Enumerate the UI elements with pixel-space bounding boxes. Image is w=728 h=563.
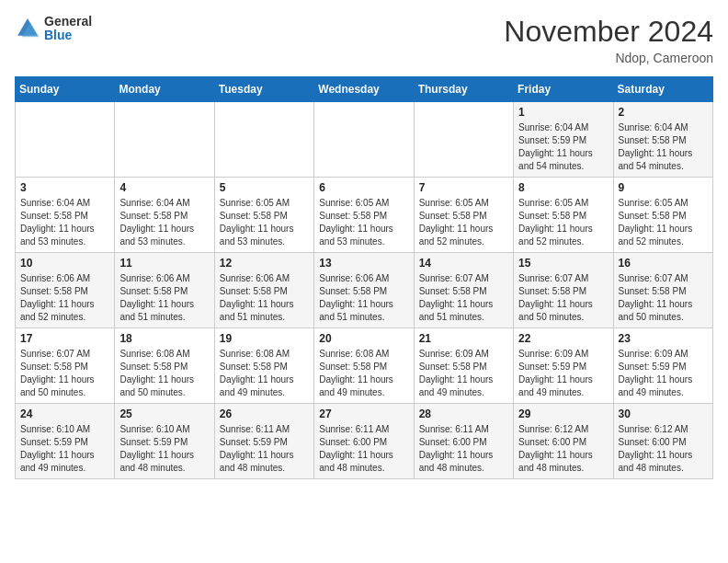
calendar-week-row: 24Sunrise: 6:10 AMSunset: 5:59 PMDayligh… <box>16 404 713 479</box>
day-header-saturday: Saturday <box>613 77 712 102</box>
day-info: Sunrise: 6:07 AMSunset: 5:58 PMDaylight:… <box>518 272 608 324</box>
day-number: 24 <box>20 408 109 420</box>
day-info: Sunrise: 6:06 AMSunset: 5:58 PMDaylight:… <box>220 272 309 324</box>
logo-text: General Blue <box>44 15 92 43</box>
day-info: Sunrise: 6:05 AMSunset: 5:58 PMDaylight:… <box>518 197 608 248</box>
day-info: Sunrise: 6:12 AMSunset: 6:00 PMDaylight:… <box>619 423 708 475</box>
title-block: November 2024 Ndop, Cameroon <box>504 15 713 65</box>
calendar-week-row: 17Sunrise: 6:07 AMSunset: 5:58 PMDayligh… <box>16 328 713 404</box>
calendar-header-row: SundayMondayTuesdayWednesdayThursdayFrid… <box>16 77 713 102</box>
calendar-cell: 21Sunrise: 6:09 AMSunset: 5:58 PMDayligh… <box>414 328 513 404</box>
day-info: Sunrise: 6:04 AMSunset: 5:58 PMDaylight:… <box>619 121 708 173</box>
calendar-cell: 14Sunrise: 6:07 AMSunset: 5:58 PMDayligh… <box>414 253 513 328</box>
calendar-cell: 30Sunrise: 6:12 AMSunset: 6:00 PMDayligh… <box>613 404 712 479</box>
page-header: General Blue November 2024 Ndop, Cameroo… <box>15 15 713 65</box>
day-info: Sunrise: 6:04 AMSunset: 5:58 PMDaylight:… <box>20 197 109 248</box>
day-number: 14 <box>419 257 508 270</box>
day-number: 27 <box>319 408 408 420</box>
calendar-cell: 4Sunrise: 6:04 AMSunset: 5:58 PMDaylight… <box>115 178 214 253</box>
calendar-cell: 9Sunrise: 6:05 AMSunset: 5:58 PMDaylight… <box>613 178 712 253</box>
day-number: 4 <box>119 181 209 194</box>
calendar-cell: 17Sunrise: 6:07 AMSunset: 5:58 PMDayligh… <box>16 328 115 404</box>
calendar-cell: 16Sunrise: 6:07 AMSunset: 5:58 PMDayligh… <box>613 253 712 328</box>
day-header-tuesday: Tuesday <box>214 77 313 102</box>
day-number: 21 <box>419 332 508 345</box>
day-info: Sunrise: 6:06 AMSunset: 5:58 PMDaylight:… <box>20 272 109 324</box>
day-info: Sunrise: 6:06 AMSunset: 5:58 PMDaylight:… <box>119 272 209 324</box>
calendar-cell: 11Sunrise: 6:06 AMSunset: 5:58 PMDayligh… <box>115 253 214 328</box>
location: Ndop, Cameroon <box>504 51 713 65</box>
day-number: 8 <box>518 181 608 194</box>
day-number: 29 <box>518 408 608 420</box>
day-info: Sunrise: 6:11 AMSunset: 6:00 PMDaylight:… <box>319 423 408 475</box>
day-info: Sunrise: 6:07 AMSunset: 5:58 PMDaylight:… <box>20 348 109 399</box>
calendar-cell: 24Sunrise: 6:10 AMSunset: 5:59 PMDayligh… <box>16 404 115 479</box>
day-info: Sunrise: 6:05 AMSunset: 5:58 PMDaylight:… <box>419 197 508 248</box>
calendar-cell <box>314 102 414 178</box>
calendar-cell: 6Sunrise: 6:05 AMSunset: 5:58 PMDaylight… <box>314 178 414 253</box>
day-header-thursday: Thursday <box>414 77 513 102</box>
calendar-cell: 7Sunrise: 6:05 AMSunset: 5:58 PMDaylight… <box>414 178 513 253</box>
calendar-cell: 25Sunrise: 6:10 AMSunset: 5:59 PMDayligh… <box>115 404 214 479</box>
logo-icon <box>15 16 40 41</box>
day-number: 6 <box>319 181 408 194</box>
calendar-cell <box>16 102 115 178</box>
calendar-cell: 26Sunrise: 6:11 AMSunset: 5:59 PMDayligh… <box>214 404 313 479</box>
day-number: 16 <box>619 257 708 270</box>
calendar-cell: 3Sunrise: 6:04 AMSunset: 5:58 PMDaylight… <box>16 178 115 253</box>
day-number: 15 <box>518 257 608 270</box>
calendar-cell: 5Sunrise: 6:05 AMSunset: 5:58 PMDaylight… <box>214 178 313 253</box>
day-number: 23 <box>619 332 708 345</box>
month-title: November 2024 <box>504 15 713 49</box>
day-number: 5 <box>220 181 309 194</box>
calendar-cell: 1Sunrise: 6:04 AMSunset: 5:59 PMDaylight… <box>514 102 613 178</box>
calendar-cell: 2Sunrise: 6:04 AMSunset: 5:58 PMDaylight… <box>613 102 712 178</box>
day-info: Sunrise: 6:09 AMSunset: 5:59 PMDaylight:… <box>518 348 608 399</box>
calendar-cell: 23Sunrise: 6:09 AMSunset: 5:59 PMDayligh… <box>613 328 712 404</box>
calendar-cell: 20Sunrise: 6:08 AMSunset: 5:58 PMDayligh… <box>314 328 414 404</box>
day-info: Sunrise: 6:08 AMSunset: 5:58 PMDaylight:… <box>220 348 309 399</box>
calendar-week-row: 3Sunrise: 6:04 AMSunset: 5:58 PMDaylight… <box>16 178 713 253</box>
day-number: 28 <box>419 408 508 420</box>
day-info: Sunrise: 6:07 AMSunset: 5:58 PMDaylight:… <box>619 272 708 324</box>
day-header-monday: Monday <box>115 77 214 102</box>
calendar-week-row: 1Sunrise: 6:04 AMSunset: 5:59 PMDaylight… <box>16 102 713 178</box>
day-info: Sunrise: 6:10 AMSunset: 5:59 PMDaylight:… <box>119 423 209 475</box>
day-header-sunday: Sunday <box>16 77 115 102</box>
day-number: 9 <box>619 181 708 194</box>
day-info: Sunrise: 6:04 AMSunset: 5:58 PMDaylight:… <box>119 197 209 248</box>
day-number: 19 <box>220 332 309 345</box>
calendar-cell: 13Sunrise: 6:06 AMSunset: 5:58 PMDayligh… <box>314 253 414 328</box>
calendar-cell: 10Sunrise: 6:06 AMSunset: 5:58 PMDayligh… <box>16 253 115 328</box>
day-info: Sunrise: 6:05 AMSunset: 5:58 PMDaylight:… <box>619 197 708 248</box>
day-number: 26 <box>220 408 309 420</box>
day-info: Sunrise: 6:07 AMSunset: 5:58 PMDaylight:… <box>419 272 508 324</box>
day-number: 30 <box>619 408 708 420</box>
calendar-week-row: 10Sunrise: 6:06 AMSunset: 5:58 PMDayligh… <box>16 253 713 328</box>
day-header-friday: Friday <box>514 77 613 102</box>
day-info: Sunrise: 6:11 AMSunset: 6:00 PMDaylight:… <box>419 423 508 475</box>
day-number: 20 <box>319 332 408 345</box>
calendar-cell: 22Sunrise: 6:09 AMSunset: 5:59 PMDayligh… <box>514 328 613 404</box>
day-number: 10 <box>20 257 109 270</box>
calendar-cell: 15Sunrise: 6:07 AMSunset: 5:58 PMDayligh… <box>514 253 613 328</box>
day-info: Sunrise: 6:09 AMSunset: 5:58 PMDaylight:… <box>419 348 508 399</box>
day-header-wednesday: Wednesday <box>314 77 414 102</box>
day-number: 12 <box>220 257 309 270</box>
day-info: Sunrise: 6:11 AMSunset: 5:59 PMDaylight:… <box>220 423 309 475</box>
calendar-cell: 28Sunrise: 6:11 AMSunset: 6:00 PMDayligh… <box>414 404 513 479</box>
calendar: SundayMondayTuesdayWednesdayThursdayFrid… <box>15 76 713 479</box>
calendar-cell: 8Sunrise: 6:05 AMSunset: 5:58 PMDaylight… <box>514 178 613 253</box>
day-number: 11 <box>119 257 209 270</box>
calendar-cell: 19Sunrise: 6:08 AMSunset: 5:58 PMDayligh… <box>214 328 313 404</box>
calendar-cell: 27Sunrise: 6:11 AMSunset: 6:00 PMDayligh… <box>314 404 414 479</box>
calendar-cell <box>214 102 313 178</box>
day-number: 18 <box>119 332 209 345</box>
day-info: Sunrise: 6:06 AMSunset: 5:58 PMDaylight:… <box>319 272 408 324</box>
day-number: 3 <box>20 181 109 194</box>
day-number: 1 <box>518 106 608 119</box>
calendar-cell <box>414 102 513 178</box>
day-info: Sunrise: 6:05 AMSunset: 5:58 PMDaylight:… <box>319 197 408 248</box>
day-number: 25 <box>119 408 209 420</box>
day-info: Sunrise: 6:09 AMSunset: 5:59 PMDaylight:… <box>619 348 708 399</box>
